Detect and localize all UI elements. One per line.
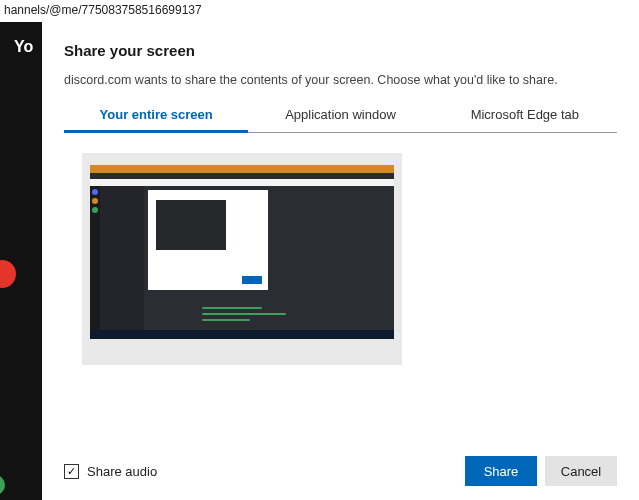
- tab-entire-screen[interactable]: Your entire screen: [64, 101, 248, 133]
- address-bar-fragment: hannels/@me/775083758516699137: [0, 0, 250, 22]
- dialog-description: discord.com wants to share the contents …: [64, 73, 617, 87]
- source-tabs: Your entire screen Application window Mi…: [64, 101, 617, 133]
- thumbnail-content: [90, 165, 394, 339]
- share-audio-checkbox[interactable]: ✓ Share audio: [64, 464, 157, 479]
- dialog-footer: ✓ Share audio Share Cancel: [64, 444, 617, 486]
- tab-application-window[interactable]: Application window: [248, 101, 432, 132]
- share-button[interactable]: Share: [465, 456, 537, 486]
- screen-thumbnail[interactable]: [82, 153, 402, 365]
- preview-area: [64, 153, 617, 444]
- discord-header-partial: Yo: [14, 38, 33, 56]
- cancel-button[interactable]: Cancel: [545, 456, 617, 486]
- checkbox-icon: ✓: [64, 464, 79, 479]
- share-audio-label: Share audio: [87, 464, 157, 479]
- screen-share-dialog: Share your screen discord.com wants to s…: [42, 22, 639, 500]
- dialog-title: Share your screen: [64, 42, 617, 59]
- tab-edge-tab[interactable]: Microsoft Edge tab: [433, 101, 617, 132]
